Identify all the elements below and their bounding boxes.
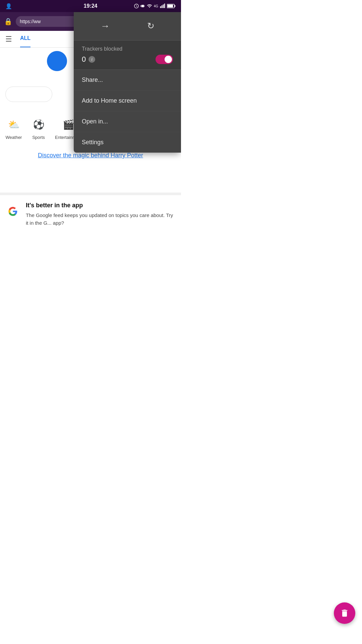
search-box[interactable]	[5, 87, 52, 102]
battery-icon	[167, 4, 176, 8]
promo-description: The Google feed keeps you updated on top…	[26, 212, 176, 227]
tab-all[interactable]: ALL	[20, 31, 31, 47]
add-to-home-menu-item[interactable]: Add to Home screen	[74, 91, 181, 111]
status-bar: 👤 19:24 4G	[0, 0, 181, 12]
blue-circle	[47, 51, 67, 71]
share-menu-item[interactable]: Share...	[74, 70, 181, 91]
trackers-count: 0 i	[82, 55, 95, 64]
svg-rect-0	[160, 6, 161, 8]
status-right-icons: 4G	[134, 3, 176, 9]
promo-text: It's better in the app The Google feed k…	[26, 202, 176, 227]
svg-rect-5	[167, 5, 173, 7]
hamburger-icon[interactable]: ☰	[5, 35, 12, 44]
sports-label: Sports	[32, 135, 45, 140]
weather-icon: ⛅	[5, 116, 22, 133]
trackers-section: Trackers blocked 0 i	[74, 41, 181, 70]
svg-rect-2	[163, 4, 164, 8]
open-in-menu-item[interactable]: Open in...	[74, 111, 181, 132]
app-promo: It's better in the app The Google feed k…	[0, 195, 181, 233]
settings-menu-item[interactable]: Settings	[74, 132, 181, 153]
lte-icon: 4G	[154, 4, 158, 8]
context-menu: → ↻ Trackers blocked 0 i Share... Add to…	[74, 12, 181, 153]
promo-title: It's better in the app	[26, 202, 176, 209]
svg-rect-1	[162, 5, 163, 8]
toggle-knob	[165, 56, 172, 63]
user-icon: 👤	[5, 3, 12, 9]
trackers-row: 0 i	[82, 55, 173, 64]
status-time: 19:24	[84, 3, 98, 9]
refresh-button[interactable]: ↻	[144, 18, 157, 34]
sports-icon: ⚽	[30, 116, 47, 133]
svg-rect-6	[174, 5, 175, 7]
svg-rect-3	[164, 4, 165, 8]
trackers-number: 0	[82, 55, 86, 64]
info-icon[interactable]: i	[88, 56, 95, 63]
forward-button[interactable]: →	[98, 18, 113, 34]
signal-icon	[146, 3, 153, 9]
lock-icon: 🔒	[4, 17, 12, 25]
status-left-icons: 👤	[5, 3, 12, 9]
trackers-label: Trackers blocked	[82, 46, 173, 52]
weather-label: Weather	[6, 135, 22, 140]
vibrate-icon	[140, 4, 145, 8]
google-logo	[5, 202, 20, 221]
section-divider	[0, 193, 181, 195]
category-weather[interactable]: ⛅ Weather	[5, 116, 22, 140]
signal-bars-icon	[160, 3, 166, 9]
alarm-icon	[134, 3, 139, 9]
trackers-toggle[interactable]	[156, 55, 173, 64]
category-sports[interactable]: ⚽ Sports	[30, 116, 47, 140]
menu-top-row: → ↻	[74, 12, 181, 41]
